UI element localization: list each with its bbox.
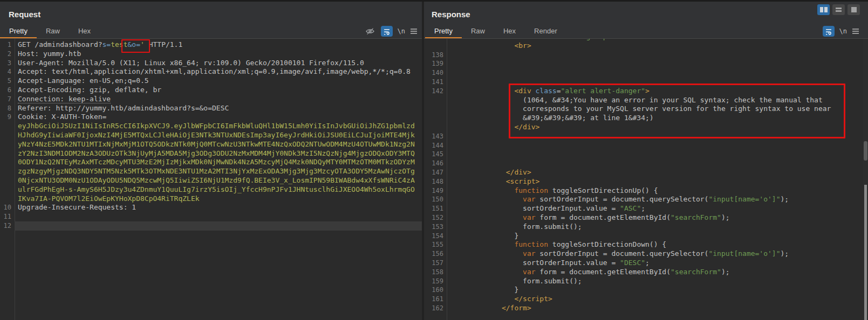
code-line: 160 } (424, 286, 868, 295)
layout-columns-button[interactable] (817, 4, 830, 15)
panel-splitter[interactable] (422, 0, 424, 320)
newline-toggle[interactable]: \n (839, 27, 847, 35)
code-line: 7Connection: keep-alive (0, 95, 422, 104)
code-line: 140 (424, 68, 868, 78)
scrollbar-thumb[interactable] (864, 141, 867, 161)
line-number: 140 (424, 68, 443, 78)
code-line: zY2NzI3NDM1ODM2NzA3ODUzOTk3NjUyMjA5MDA5M… (0, 149, 422, 158)
code-line: 149 function toggleSortDirectionUp() { (424, 186, 868, 196)
code-line: 153 form.submit(); (424, 222, 868, 232)
tab-pretty[interactable]: Pretty (0, 25, 37, 38)
code-line: 143 (424, 132, 868, 141)
code-line: (1064, &#34;You have an error in your SQ… (424, 96, 868, 105)
code-line: 9Cookie: X-AUTH-Token= (0, 113, 422, 122)
response-scrollbar[interactable] (863, 39, 868, 320)
line-number: 6 (0, 86, 11, 95)
line-number (0, 140, 11, 149)
line-number: 157 (424, 259, 443, 268)
line-number: 153 (424, 222, 443, 232)
line-number: 138 (424, 51, 443, 60)
code-line: &#39;&#39;&#39; at line 1&#34;) (424, 114, 868, 123)
code-line: 156 var sortOrderInput = document.queryS… (424, 249, 868, 259)
code-line: yNzY4NzE5MDk2NTU1MTIxNjMxMjM1OTQ5ODkzNTk… (0, 140, 422, 149)
code-line: 11 (0, 212, 422, 221)
newline-toggle[interactable]: \n (398, 27, 405, 35)
eye-off-icon[interactable] (364, 26, 376, 37)
code-line: 1GET /admindashboard?s=test&o=' HTTP/1.1 (0, 40, 422, 50)
code-line: 5Accept-Language: en-US,en;q=0.5 (0, 76, 422, 86)
code-line: 4Accept: text/html,application/xhtml+xml… (0, 67, 422, 76)
line-number: 11 (0, 212, 11, 221)
response-editor[interactable]: 137 <div class="form-group mb-2"> <br>13… (424, 39, 868, 320)
line-number: 4 (0, 67, 11, 76)
line-number (424, 41, 443, 51)
tab-raw[interactable]: Raw (37, 25, 69, 38)
line-number: 155 (424, 240, 443, 249)
code-line: 154 } (424, 232, 868, 241)
code-line: HJhdG9yIiwiaWF0IjoxNzI4MjE5MTQxLCJleHAiO… (0, 131, 422, 140)
line-number: 152 (424, 213, 443, 222)
line-number: 154 (424, 232, 443, 241)
request-header: Request Pretty Raw Hex (0, 0, 422, 39)
line-number: 145 (424, 150, 443, 159)
line-number: 162 (424, 304, 443, 313)
word-wrap-toggle[interactable] (823, 26, 835, 37)
layout-single-button[interactable] (848, 4, 860, 15)
code-line: 158 var form = document.getElementById("… (424, 268, 868, 277)
tab-hex[interactable]: Hex (69, 25, 100, 38)
line-number: 144 (424, 141, 443, 150)
code-line: 155 function toggleSortDirectionDown() { (424, 240, 868, 249)
code-line: 139 (424, 59, 868, 68)
code-line: 142 <div class="alert alert-danger"> (424, 87, 868, 96)
layout-rows-button[interactable] (832, 4, 845, 15)
line-number: 156 (424, 249, 443, 259)
line-number (424, 123, 443, 132)
code-line: 3User-Agent: Mozilla/5.0 (X11; Linux x86… (0, 59, 422, 68)
code-line: 162 </form> (424, 304, 868, 313)
line-number (424, 96, 443, 105)
word-wrap-toggle[interactable] (381, 26, 393, 37)
code-line: 6Accept-Encoding: gzip, deflate, br (0, 86, 422, 95)
request-editor[interactable]: 1GET /admindashboard?s=test&o=' HTTP/1.1… (0, 39, 422, 320)
line-number: 9 (0, 113, 11, 122)
code-line: </div> (424, 123, 868, 132)
line-number: 149 (424, 186, 443, 196)
line-number: 3 (0, 59, 11, 68)
request-title: Request (9, 10, 40, 19)
code-line: 10Upgrade-Insecure-Requests: 1 (0, 203, 422, 212)
request-toolbar: \n (364, 25, 418, 38)
line-number (0, 185, 11, 194)
line-number: 148 (424, 177, 443, 186)
line-number: 1 (0, 40, 11, 50)
code-line: 0ODY1NzQ2NTEyMzAxMTczMDcyMTU3MzE2MjIzMjk… (0, 158, 422, 167)
request-panel: Request Pretty Raw Hex (0, 0, 422, 320)
tab-render[interactable]: Render (525, 25, 566, 38)
line-number: 158 (424, 268, 443, 277)
line-number: 139 (424, 59, 443, 68)
tab-raw[interactable]: Raw (462, 25, 494, 38)
line-number (0, 149, 11, 158)
editor-menu-icon[interactable] (852, 28, 859, 34)
code-line: 146 (424, 159, 868, 168)
code-line: 161 </script> (424, 295, 868, 304)
editor-menu-icon[interactable] (410, 28, 418, 34)
code-line: 8Referer: http://yummy.htb/admindashboar… (0, 104, 422, 113)
code-line: corresponds to your MySQL server version… (424, 105, 868, 114)
tab-hex[interactable]: Hex (494, 25, 525, 38)
code-line: 144 (424, 141, 868, 150)
line-number: 2 (0, 50, 11, 59)
line-number: 143 (424, 132, 443, 141)
line-number (424, 105, 443, 114)
line-number: 141 (424, 78, 443, 87)
response-title: Response (432, 10, 470, 19)
line-number (0, 122, 11, 131)
line-number (424, 114, 443, 123)
code-line: <br> (424, 41, 868, 51)
code-line: eyJhbGciOiJSUzI1NiIsInR5cCI6IkpXVCJ9.eyJ… (0, 122, 422, 131)
line-number: 10 (0, 203, 11, 212)
code-line: 148 <script> (424, 177, 868, 186)
tab-pretty[interactable]: Pretty (425, 25, 462, 38)
line-number: 150 (424, 195, 443, 204)
code-line: zgzNzgyMjgzNDQ3NDY5NTM5Nzk5MTk3OTMxNDE3N… (0, 167, 422, 176)
code-line: 157 sortOrderInput.value = "DESC"; (424, 259, 868, 268)
